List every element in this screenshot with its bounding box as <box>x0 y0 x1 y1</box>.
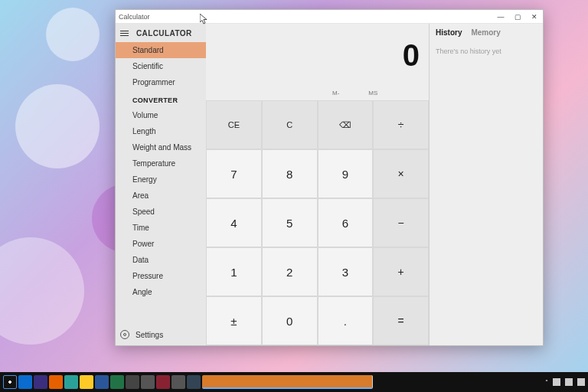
taskbar[interactable]: ˄ <box>0 372 588 392</box>
tab-history[interactable]: History <box>436 28 462 37</box>
window-title: Calculator <box>119 13 150 21</box>
gear-icon <box>120 330 129 339</box>
taskbar-icon-app4[interactable] <box>156 375 170 389</box>
history-empty-text: There's no history yet <box>436 47 537 55</box>
nav-item-standard[interactable]: Standard <box>116 42 206 58</box>
taskbar-icon-explorer[interactable] <box>80 375 93 389</box>
taskbar-icon-calculator[interactable] <box>202 375 373 389</box>
history-panel: History Memory There's no history yet <box>430 24 543 345</box>
taskbar-icon-excel[interactable] <box>110 375 124 389</box>
mem-btn-mminus[interactable]: M- <box>318 87 355 100</box>
mem-btn-mplus[interactable] <box>280 87 318 100</box>
key-8[interactable]: 8 <box>262 149 318 198</box>
nav-item-programmer[interactable]: Programmer <box>116 74 206 90</box>
hamburger-icon[interactable] <box>120 31 129 36</box>
key-negate[interactable]: ± <box>206 296 262 345</box>
nav-panel: CALCULATOR Standard Scientific Programme… <box>116 24 206 345</box>
key-ce[interactable]: CE <box>206 100 262 149</box>
close-button[interactable]: ✕ <box>526 13 543 21</box>
nav-section-converter: CONVERTER <box>116 90 206 107</box>
nav-item-speed[interactable]: Speed <box>116 204 206 220</box>
key-c[interactable]: C <box>262 100 318 149</box>
key-1[interactable]: 1 <box>206 247 262 296</box>
display: 0 M- MS <box>206 24 429 100</box>
key-decimal[interactable]: . <box>318 296 374 345</box>
mem-btn-mr[interactable] <box>243 87 281 100</box>
tray-notifications-icon[interactable] <box>577 378 585 386</box>
keypad: CE C ⌫ ÷ 7 8 9 × 4 5 6 − 1 2 3 + ± <box>206 100 429 345</box>
calculator-window: Calculator — ▢ ✕ CALCULATOR Standard Sci… <box>115 9 544 346</box>
taskbar-icon-app3[interactable] <box>141 375 155 389</box>
calculator-area: 0 M- MS CE C ⌫ ÷ 7 8 <box>206 24 430 345</box>
mem-btn-mc[interactable] <box>206 87 243 100</box>
tray-network-icon[interactable] <box>553 378 560 386</box>
system-tray[interactable]: ˄ <box>545 378 585 386</box>
nav-item-settings[interactable]: Settings <box>116 324 206 345</box>
tab-memory[interactable]: Memory <box>471 28 500 37</box>
taskbar-icon-app2[interactable] <box>126 375 139 389</box>
taskbar-icon-store[interactable] <box>64 375 78 389</box>
key-6[interactable]: 6 <box>318 198 374 247</box>
key-plus[interactable]: + <box>373 247 429 296</box>
key-2[interactable]: 2 <box>262 247 318 296</box>
taskbar-icon-word[interactable] <box>95 375 109 389</box>
key-0[interactable]: 0 <box>262 296 318 345</box>
nav-item-weight[interactable]: Weight and Mass <box>116 139 206 155</box>
key-multiply[interactable]: × <box>373 149 429 198</box>
nav-item-length[interactable]: Length <box>116 123 206 139</box>
key-9[interactable]: 9 <box>318 149 374 198</box>
tray-volume-icon[interactable] <box>565 378 573 386</box>
start-button[interactable] <box>3 375 17 389</box>
taskbar-icon-app[interactable] <box>34 375 47 389</box>
nav-item-angle[interactable]: Angle <box>116 284 206 300</box>
settings-label: Settings <box>136 331 163 339</box>
key-3[interactable]: 3 <box>318 247 374 296</box>
nav-item-scientific[interactable]: Scientific <box>116 58 206 74</box>
nav-item-energy[interactable]: Energy <box>116 172 206 188</box>
nav-item-area[interactable]: Area <box>116 188 206 204</box>
nav-item-power[interactable]: Power <box>116 236 206 252</box>
display-value: 0 <box>206 24 429 87</box>
tray-chevron-icon[interactable]: ˄ <box>545 379 548 386</box>
taskbar-icon-firefox[interactable] <box>49 375 63 389</box>
nav-item-time[interactable]: Time <box>116 220 206 236</box>
mem-btn-mlist[interactable] <box>392 87 430 100</box>
taskbar-icon-app5[interactable] <box>172 375 185 389</box>
nav-header-label: CALCULATOR <box>136 29 192 38</box>
taskbar-icon-edge[interactable] <box>18 375 32 389</box>
key-4[interactable]: 4 <box>206 198 262 247</box>
nav-item-volume[interactable]: Volume <box>116 107 206 123</box>
key-backspace[interactable]: ⌫ <box>318 100 374 149</box>
key-5[interactable]: 5 <box>262 198 318 247</box>
key-7[interactable]: 7 <box>206 149 262 198</box>
maximize-button[interactable]: ▢ <box>509 13 526 21</box>
memory-row: M- MS <box>206 87 429 100</box>
key-minus[interactable]: − <box>373 198 429 247</box>
minimize-button[interactable]: — <box>492 13 509 21</box>
titlebar[interactable]: Calculator — ▢ ✕ <box>116 10 543 24</box>
nav-item-temperature[interactable]: Temperature <box>116 155 206 172</box>
key-divide[interactable]: ÷ <box>373 100 429 149</box>
taskbar-icon-app6[interactable] <box>187 375 201 389</box>
mem-btn-ms[interactable]: MS <box>354 87 392 100</box>
nav-item-pressure[interactable]: Pressure <box>116 268 206 284</box>
nav-item-data[interactable]: Data <box>116 252 206 268</box>
key-equals[interactable]: = <box>373 296 429 345</box>
